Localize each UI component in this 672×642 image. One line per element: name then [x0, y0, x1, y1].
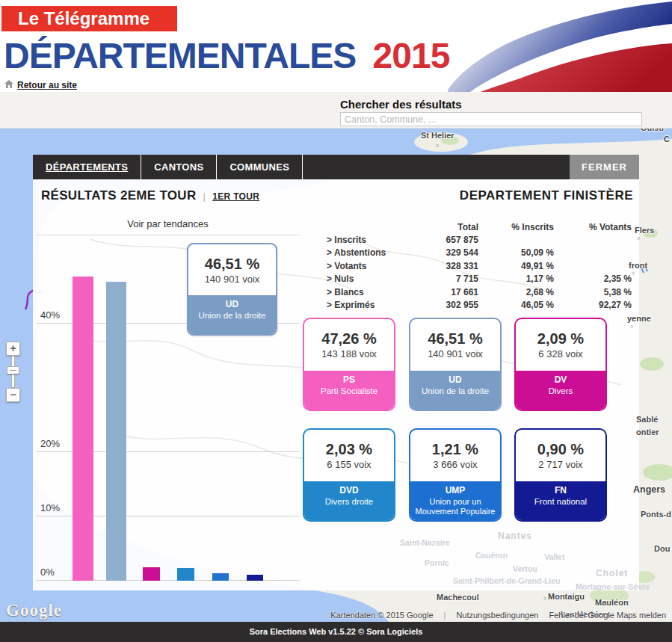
party-percent: 2,09 % [537, 330, 584, 348]
chart-ytick-label: 20% [40, 438, 60, 449]
stats-value [554, 233, 632, 246]
stats-value [554, 259, 632, 272]
stats-value: 92,27 % [554, 298, 632, 311]
map-report-link[interactable]: Fehler bei Google Maps melden [549, 611, 666, 620]
party-name: Parti Socialiste [304, 386, 394, 396]
party-card-ud[interactable]: 46,51 % 140 901 voix UD Union de la droi… [409, 318, 502, 411]
back-to-site-link[interactable]: Retour au site [4, 80, 77, 90]
tooltip-party-name: Union de la droite [188, 311, 276, 321]
stats-label: > Abstentions [327, 247, 409, 259]
tab-departements[interactable]: DÉPARTEMENTS [33, 155, 141, 179]
stats-label: > Nuls [327, 273, 409, 285]
stats-col-header: % Inscrits [478, 220, 554, 233]
tab-cantons[interactable]: CANTONS [141, 155, 217, 179]
stats-value: 329 544 [409, 247, 478, 259]
party-card-dvd[interactable]: 2,03 % 6 155 voix DVD Divers droite [303, 428, 395, 522]
map-copyright: Kartendaten © 2015 Google [330, 611, 433, 620]
party-name: Union de la droite [410, 386, 500, 396]
page: St Helier○OuistrCFlers○front○yenne○Sablé… [0, 0, 672, 642]
stats-label: > Blancs [327, 285, 409, 298]
stats-value: 302 955 [409, 298, 478, 311]
map-attribution: Kartendaten © 2015 Google | Nutzungsbedi… [330, 611, 666, 620]
stats-value: 17 661 [409, 285, 478, 298]
party-card-ump[interactable]: 1,21 % 3 666 voix UMP Union pour un Mouv… [409, 428, 502, 522]
party-label: UD Union de la droite [410, 371, 500, 410]
zoom-slider-handle[interactable] [7, 366, 19, 374]
party-percent: 2,03 % [326, 441, 372, 458]
stats-value: 5,38 % [554, 285, 632, 298]
chart-bar-ps[interactable] [73, 277, 93, 581]
party-card-dv[interactable]: 2,09 % 6 328 voix DV Divers [514, 318, 607, 411]
page-title-year: 2015 [373, 36, 450, 75]
search-label: Chercher des résultats [340, 98, 462, 111]
party-percent: 47,26 % [321, 330, 376, 348]
chart-bar-fn[interactable] [247, 575, 263, 581]
party-votes: 2 717 voix [538, 459, 582, 470]
stats-row: > Abstentions 329 544 50,09 % [327, 247, 632, 259]
stats-col-header [327, 220, 409, 233]
close-button[interactable]: FERMER [570, 155, 639, 179]
stats-value: 49,91 % [478, 259, 554, 272]
chart-bar-ump[interactable] [212, 573, 229, 581]
stats-value: 2,68 % [478, 285, 554, 298]
results-panel: RÉSULTATS 2EME TOUR | 1ER TOUR DEPARTEME… [33, 179, 639, 590]
brand-logo[interactable]: Le Télégramme [1, 6, 177, 31]
party-abbr: UMP [410, 485, 500, 496]
party-percent: 1,21 % [432, 441, 478, 458]
app-footer: Sora Elections Web v1.5.22 © Sora Logici… [0, 622, 672, 642]
header: Le Télégramme DÉPARTEMENTALES 2015 Retou… [0, 0, 672, 92]
tendances-link[interactable]: Voir par tendances [36, 218, 300, 229]
zoom-out-button[interactable]: − [6, 388, 20, 402]
party-votes: 140 901 voix [428, 348, 483, 359]
chart-bar-dv[interactable] [143, 567, 160, 581]
chart-tooltip: 46,51 % 140 901 voix UD Union de la droi… [187, 243, 277, 336]
tooltip-percent: 46,51 % [205, 256, 259, 273]
search-input[interactable] [340, 112, 642, 126]
party-abbr: DVD [304, 485, 394, 496]
map-park [643, 229, 658, 238]
department-title: DEPARTEMENT FINISTÈRE [460, 188, 633, 203]
stats-value: 50,09 % [478, 247, 554, 259]
party-card-ps[interactable]: 47,26 % 143 188 voix PS Parti Socialiste [303, 318, 395, 411]
party-name: Divers [516, 386, 605, 396]
chart-bar-ud[interactable] [106, 282, 126, 581]
google-logo[interactable]: Google [6, 601, 62, 620]
party-percent: 46,51 % [428, 330, 482, 348]
stats-value: 328 331 [409, 259, 478, 272]
tooltip-votes: 140 901 voix [205, 274, 260, 285]
party-label: DVD Divers droite [304, 481, 394, 520]
party-label: FN Front national [516, 481, 605, 520]
tooltip-party-abbr: UD [188, 299, 276, 309]
stats-row: > Blancs 17 661 2,68 % 5,38 % [327, 285, 632, 298]
stats-label: > Inscrits [327, 233, 409, 246]
page-title: DÉPARTEMENTALES 2015 [4, 35, 449, 76]
stats-row: > Votants 328 331 49,91 % [327, 259, 632, 272]
party-name: Union pour un Mouvement Populaire [410, 497, 500, 516]
party-name: Front national [516, 497, 605, 507]
stats-table: Total % Inscrits % Votants > Inscrits 65… [327, 220, 632, 312]
party-votes: 3 666 voix [433, 459, 477, 470]
stats-value [554, 247, 632, 259]
first-round-link[interactable]: 1ER TOUR [212, 191, 259, 202]
party-votes: 143 188 voix [321, 348, 377, 359]
map-terms-link[interactable]: Nutzungsbedingungen [456, 611, 538, 620]
results-title-text: RÉSULTATS 2EME TOUR [41, 188, 197, 203]
stats-col-header: Total [409, 220, 478, 233]
stats-value: 1,17 % [478, 273, 554, 285]
search-bar: Chercher des résultats [0, 92, 672, 129]
stats-col-header: % Votants [554, 220, 632, 233]
stats-label: > Exprimés [327, 298, 409, 311]
tab-communes[interactable]: COMMUNES [217, 155, 303, 179]
attribution-separator: | [444, 611, 446, 620]
map-park [640, 357, 664, 371]
party-label: DV Divers [516, 371, 605, 410]
zoom-in-button[interactable]: + [6, 342, 20, 356]
chart-ytick-label: 0% [40, 567, 55, 578]
stats-header-row: Total % Inscrits % Votants [327, 220, 632, 233]
party-card-fn[interactable]: 0,90 % 2 717 voix FN Front national [514, 428, 607, 522]
chart-bar-dvd[interactable] [177, 568, 194, 581]
stats-value: 46,05 % [478, 298, 554, 311]
party-abbr: PS [304, 374, 394, 385]
round-separator: | [203, 191, 206, 202]
party-label: UMP Union pour un Mouvement Populaire [410, 481, 500, 520]
